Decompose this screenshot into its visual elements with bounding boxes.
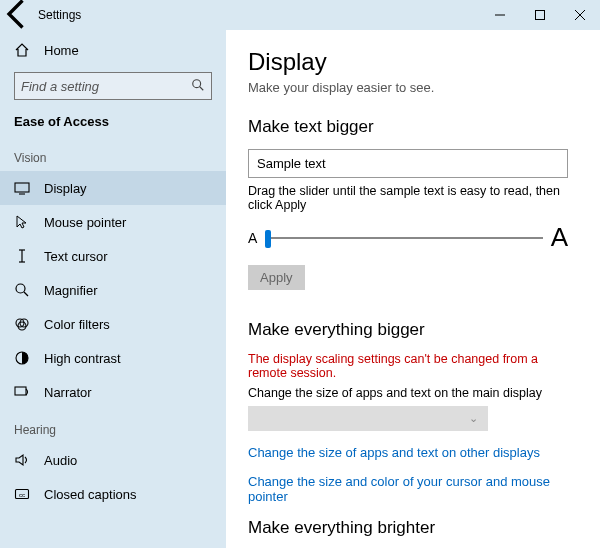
svg-line-12 (24, 292, 28, 296)
sidebar-item-label: Display (44, 181, 87, 196)
sidebar-item-high-contrast[interactable]: High contrast (0, 341, 226, 375)
sidebar-item-color-filters[interactable]: Color filters (0, 307, 226, 341)
sidebar-item-label: Text cursor (44, 249, 108, 264)
group-label-hearing: Hearing (0, 409, 226, 443)
sidebar-item-label: Audio (44, 453, 77, 468)
sidebar-item-mouse-pointer[interactable]: Mouse pointer (0, 205, 226, 239)
svg-line-5 (200, 86, 204, 90)
minimize-button[interactable] (480, 0, 520, 30)
home-label: Home (44, 43, 79, 58)
link-cursor-pointer[interactable]: Change the size and color of your cursor… (248, 474, 578, 504)
audio-icon (14, 452, 30, 468)
maximize-button[interactable] (520, 0, 560, 30)
apply-button[interactable]: Apply (248, 265, 305, 290)
sidebar-item-label: Mouse pointer (44, 215, 126, 230)
slider-min-label: A (248, 230, 257, 246)
text-size-slider[interactable] (265, 237, 542, 239)
sidebar-item-label: Narrator (44, 385, 92, 400)
scaling-error: The display scaling settings can't be ch… (248, 352, 578, 380)
text-cursor-icon (14, 248, 30, 264)
sidebar: Home Ease of Access Vision Display Mouse… (0, 30, 226, 548)
magnifier-icon (14, 282, 30, 298)
slider-instruction: Drag the slider until the sample text is… (248, 184, 578, 212)
titlebar: Settings (0, 0, 600, 30)
sidebar-item-label: Closed captions (44, 487, 137, 502)
mouse-pointer-icon (14, 214, 30, 230)
section-make-text-bigger: Make text bigger (248, 117, 578, 137)
chevron-down-icon: ⌄ (469, 412, 478, 425)
window-title: Settings (36, 8, 81, 22)
search-box[interactable] (14, 72, 212, 100)
sidebar-item-display[interactable]: Display (0, 171, 226, 205)
svg-rect-17 (15, 387, 26, 395)
main-content: Display Make your display easier to see.… (226, 30, 600, 548)
search-icon (191, 78, 205, 95)
svg-rect-6 (15, 183, 29, 192)
sample-text-box: Sample text (248, 149, 568, 178)
search-input[interactable] (21, 79, 191, 94)
sidebar-item-magnifier[interactable]: Magnifier (0, 273, 226, 307)
sidebar-item-closed-captions[interactable]: cc Closed captions (0, 477, 226, 511)
color-filters-icon (14, 316, 30, 332)
high-contrast-icon (14, 350, 30, 366)
display-icon (14, 180, 30, 196)
link-other-displays[interactable]: Change the size of apps and text on othe… (248, 445, 578, 460)
svg-text:cc: cc (19, 492, 25, 498)
slider-max-label: A (551, 222, 568, 253)
section-make-everything-brighter: Make everything brighter (248, 518, 578, 538)
sidebar-item-narrator[interactable]: Narrator (0, 375, 226, 409)
home-icon (14, 42, 30, 58)
closed-captions-icon: cc (14, 486, 30, 502)
category-label: Ease of Access (0, 110, 226, 137)
sidebar-item-audio[interactable]: Audio (0, 443, 226, 477)
section-make-everything-bigger: Make everything bigger (248, 320, 578, 340)
scaling-dropdown[interactable]: ⌄ (248, 406, 488, 431)
sidebar-item-text-cursor[interactable]: Text cursor (0, 239, 226, 273)
narrator-icon (14, 384, 30, 400)
scaling-desc: Change the size of apps and text on the … (248, 386, 578, 400)
svg-rect-1 (536, 11, 545, 20)
sidebar-item-label: Color filters (44, 317, 110, 332)
page-subtitle: Make your display easier to see. (248, 80, 578, 95)
slider-thumb[interactable] (265, 230, 271, 248)
group-label-vision: Vision (0, 137, 226, 171)
sidebar-item-label: Magnifier (44, 283, 97, 298)
close-button[interactable] (560, 0, 600, 30)
svg-point-11 (16, 284, 25, 293)
svg-point-4 (193, 79, 201, 87)
home-nav[interactable]: Home (0, 34, 226, 66)
page-title: Display (248, 48, 578, 76)
sidebar-item-label: High contrast (44, 351, 121, 366)
